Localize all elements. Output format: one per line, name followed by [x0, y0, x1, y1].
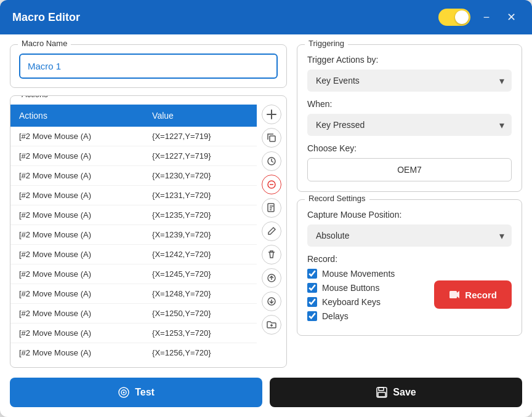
table-row[interactable]: [#2 Move Mouse (A) {X=1235,Y=720} — [10, 205, 257, 225]
actions-legend: Actions — [18, 95, 52, 99]
remove-action-button[interactable] — [262, 175, 281, 194]
bottom-buttons: Test Save — [0, 378, 532, 417]
trigger-select-wrapper: Key Events Mouse Events Hotkey ▾ — [307, 70, 512, 92]
table-row[interactable]: [#2 Move Mouse (A) {X=1253,Y=720} — [10, 324, 257, 343]
titlebar: Macro Editor − ✕ — [0, 0, 532, 34]
action-cell: [#2 Move Mouse (A) — [10, 186, 143, 205]
table-row[interactable]: [#2 Move Mouse (A) {X=1231,Y=720} — [10, 186, 257, 205]
actions-section: Actions Actions Value [#2 Move — [10, 95, 287, 368]
trigger-select[interactable]: Key Events Mouse Events Hotkey — [307, 70, 512, 92]
checkbox-keyboard-keys-label: Keyboard Keys — [322, 297, 381, 307]
move-down-button[interactable] — [262, 292, 281, 311]
when-select[interactable]: Key Pressed Key Released Key Held — [307, 114, 512, 136]
table-row[interactable]: [#2 Move Mouse (A) {X=1242,Y=720} — [10, 245, 257, 264]
record-settings-section: Record Settings Capture Mouse Position: … — [297, 199, 522, 336]
folder-add-button[interactable] — [262, 315, 281, 335]
main-content: Macro Name Actions Actions Value — [0, 34, 532, 378]
record-label: Record: — [307, 254, 427, 264]
capture-select[interactable]: Absolute Relative — [307, 224, 512, 247]
left-panel: Macro Name Actions Actions Value — [10, 44, 287, 368]
checkbox-mouse-buttons[interactable] — [307, 283, 317, 293]
add-action-button[interactable] — [262, 105, 281, 124]
test-btn-label: Test — [135, 387, 155, 398]
when-select-wrapper: Key Pressed Key Released Key Held ▾ — [307, 114, 512, 136]
table-row[interactable]: [#2 Move Mouse (A) {X=1248,Y=720} — [10, 284, 257, 304]
action-cell: [#2 Move Mouse (A) — [10, 264, 143, 284]
table-row[interactable]: [#2 Move Mouse (A) {X=1227,Y=719} — [10, 127, 257, 146]
record-btn-label: Record — [465, 290, 497, 300]
macro-name-input[interactable] — [19, 54, 278, 79]
value-cell: {X=1227,Y=719} — [143, 127, 257, 146]
minimize-button[interactable]: − — [478, 9, 495, 26]
checkbox-keyboard-keys[interactable] — [307, 297, 317, 307]
close-button[interactable]: ✕ — [502, 9, 520, 26]
triggering-legend: Triggering — [305, 39, 348, 48]
action-cell: [#2 Move Mouse (A) — [10, 205, 143, 225]
delete-action-button[interactable] — [262, 245, 281, 264]
value-cell: {X=1250,Y=720} — [143, 304, 257, 324]
checkbox-row-mouse-buttons[interactable]: Mouse Buttons — [307, 283, 427, 293]
col-value-header: Value — [143, 105, 257, 127]
action-cell: [#2 Move Mouse (A) — [10, 225, 143, 245]
macro-name-legend: Macro Name — [18, 39, 71, 48]
record-settings-inner: Record: Mouse Movements Mouse Buttons Ke… — [307, 254, 512, 325]
checkbox-row-delays[interactable]: Delays — [307, 311, 427, 321]
svg-rect-11 — [379, 387, 384, 391]
value-cell: {X=1235,Y=720} — [143, 205, 257, 225]
window-title: Macro Editor — [12, 11, 80, 24]
checkbox-mouse-buttons-label: Mouse Buttons — [322, 283, 379, 293]
table-row[interactable]: [#2 Move Mouse (A) {X=1230,Y=720} — [10, 166, 257, 186]
table-row[interactable]: [#2 Move Mouse (A) {X=1256,Y=720} — [10, 343, 257, 362]
save-button[interactable]: Save — [270, 378, 522, 407]
svg-rect-0 — [270, 136, 275, 141]
value-cell: {X=1227,Y=719} — [143, 146, 257, 166]
toggle-switch[interactable] — [438, 9, 470, 26]
action-cell: [#2 Move Mouse (A) — [10, 127, 143, 146]
edit-action-button[interactable] — [262, 221, 281, 241]
action-cell: [#2 Move Mouse (A) — [10, 324, 143, 343]
checkbox-row-mouse-movements[interactable]: Mouse Movements — [307, 269, 427, 279]
macro-editor-window: Macro Editor − ✕ Macro Name Actions — [0, 0, 532, 417]
choose-key-input[interactable] — [307, 158, 512, 181]
titlebar-controls: − ✕ — [438, 9, 520, 26]
table-row[interactable]: [#2 Move Mouse (A) {X=1227,Y=719} — [10, 146, 257, 166]
checkbox-mouse-movements-label: Mouse Movements — [322, 269, 395, 279]
file-button[interactable] — [262, 198, 281, 218]
actions-table-wrapper[interactable]: Actions Value [#2 Move Mouse (A) {X=1227… — [10, 105, 257, 361]
table-row[interactable]: [#2 Move Mouse (A) {X=1245,Y=720} — [10, 264, 257, 284]
value-cell: {X=1248,Y=720} — [143, 284, 257, 304]
table-row[interactable]: [#2 Move Mouse (A) {X=1239,Y=720} — [10, 225, 257, 245]
when-label: When: — [307, 99, 512, 109]
svg-point-9 — [123, 392, 125, 394]
test-icon — [118, 386, 130, 399]
triggering-section: Triggering Trigger Actions by: Key Event… — [297, 44, 522, 192]
checkbox-row-keyboard-keys[interactable]: Keyboard Keys — [307, 297, 427, 307]
actions-content: Actions Value [#2 Move Mouse (A) {X=1227… — [10, 105, 286, 361]
clock-button[interactable] — [262, 151, 281, 171]
toggle-knob — [455, 10, 469, 24]
value-cell: {X=1245,Y=720} — [143, 264, 257, 284]
col-actions-header: Actions — [10, 105, 143, 127]
copy-action-button[interactable] — [262, 128, 281, 148]
save-btn-label: Save — [393, 387, 416, 398]
checkbox-mouse-movements[interactable] — [307, 269, 317, 279]
value-cell: {X=1253,Y=720} — [143, 324, 257, 343]
action-cell: [#2 Move Mouse (A) — [10, 284, 143, 304]
svg-rect-6 — [449, 291, 457, 298]
record-icon — [449, 289, 460, 300]
checkbox-delays[interactable] — [307, 311, 317, 321]
value-cell: {X=1231,Y=720} — [143, 186, 257, 205]
record-button[interactable]: Record — [434, 280, 512, 309]
move-up-button[interactable] — [262, 268, 281, 288]
svg-rect-12 — [378, 392, 385, 397]
value-cell: {X=1230,Y=720} — [143, 166, 257, 186]
capture-label: Capture Mouse Position: — [307, 210, 512, 220]
actions-table: Actions Value [#2 Move Mouse (A) {X=1227… — [10, 105, 257, 361]
action-cell: [#2 Move Mouse (A) — [10, 245, 143, 264]
value-cell: {X=1239,Y=720} — [143, 225, 257, 245]
choose-key-label: Choose Key: — [307, 143, 512, 153]
test-button[interactable]: Test — [10, 378, 262, 407]
save-icon — [376, 386, 388, 399]
checkboxes-col: Record: Mouse Movements Mouse Buttons Ke… — [307, 254, 427, 325]
table-row[interactable]: [#2 Move Mouse (A) {X=1250,Y=720} — [10, 304, 257, 324]
